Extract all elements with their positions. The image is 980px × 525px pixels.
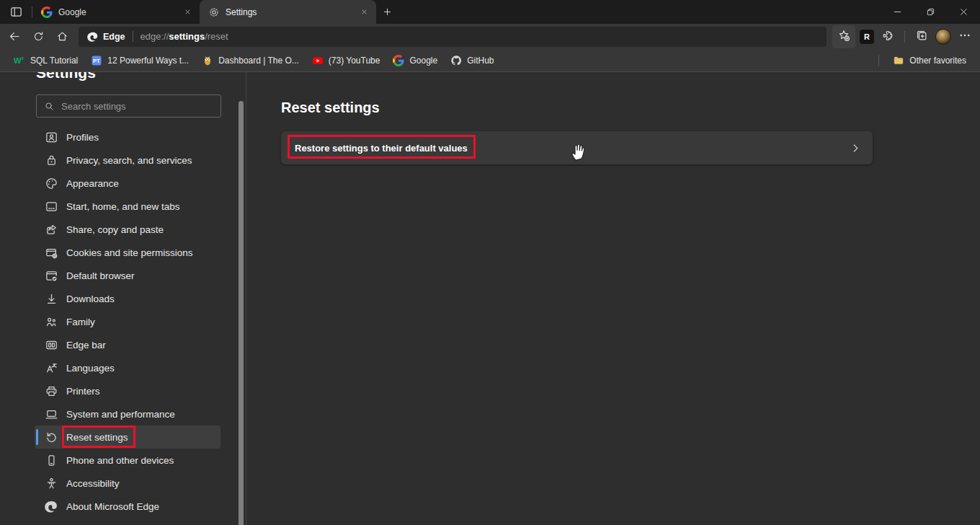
other-favorites-button[interactable]: Other favorites xyxy=(886,52,973,69)
sidebar-item-profiles[interactable]: Profiles xyxy=(35,125,220,149)
sidebar-item-system-and-performance[interactable]: System and performance xyxy=(35,402,220,425)
url-host: settings xyxy=(169,31,205,42)
system-performance-icon xyxy=(45,407,58,421)
printers-icon xyxy=(45,384,58,398)
refresh-icon xyxy=(32,30,45,43)
settings-search-box[interactable] xyxy=(36,94,221,118)
sidebar-item-label: Reset settings xyxy=(66,432,128,443)
gear-icon xyxy=(208,6,220,18)
sidebar-item-label: Printers xyxy=(66,386,100,397)
tab-google[interactable]: Google xyxy=(32,0,200,24)
start-home-tabs-icon xyxy=(45,200,58,213)
sidebar-item-downloads[interactable]: Downloads xyxy=(35,287,220,310)
sidebar-item-appearance[interactable]: Appearance xyxy=(35,172,220,195)
sidebar-item-label: Family xyxy=(66,317,95,327)
sidebar-item-phone-and-other-devices[interactable]: Phone and other devices xyxy=(35,449,220,472)
sidebar-item-start-home-and-new-tabs[interactable]: Start, home, and new tabs xyxy=(35,195,220,218)
minimize-button[interactable] xyxy=(881,0,914,24)
sidebar-item-label: Languages xyxy=(66,363,115,374)
ellipsis-icon xyxy=(958,29,971,42)
sidebar-item-label: System and performance xyxy=(66,409,175,420)
sidebar-item-accessibility[interactable]: Accessibility xyxy=(35,472,220,495)
profiles-icon xyxy=(45,131,58,144)
plus-icon xyxy=(382,6,393,17)
default-browser-icon xyxy=(45,269,58,283)
settings-sidebar: Settings Profiles Privacy, search, and s… xyxy=(0,72,246,525)
site-info-chip[interactable]: Edge xyxy=(87,31,125,43)
favorites-star-button[interactable] xyxy=(832,25,855,48)
sidebar-item-label: Default browser xyxy=(66,270,135,281)
collections-icon xyxy=(915,29,928,42)
ellipsis-button[interactable] xyxy=(956,25,974,48)
sidebar-item-reset-settings[interactable]: Reset settings xyxy=(35,425,220,449)
tab-actions-icon xyxy=(9,5,23,19)
favorite-label: 12 Powerful Ways t... xyxy=(107,56,189,66)
toolbar-separator xyxy=(904,31,905,43)
phone-icon xyxy=(45,454,58,467)
favorite-item[interactable]: (73) YouTube xyxy=(306,52,387,69)
address-bar[interactable]: Edge edge://settings/reset xyxy=(79,27,827,47)
edge-logo-icon xyxy=(87,31,99,43)
profile-avatar[interactable] xyxy=(935,29,951,45)
svg-text:W: W xyxy=(14,56,22,65)
privacy-icon xyxy=(45,154,58,167)
cookies-icon xyxy=(45,246,58,260)
favorite-item[interactable]: Google xyxy=(386,52,444,69)
close-window-icon xyxy=(958,6,969,17)
sidebar-item-default-browser[interactable]: Default browser xyxy=(35,264,220,287)
refresh-button[interactable] xyxy=(27,26,50,48)
new-tab-button[interactable] xyxy=(376,3,398,22)
favorite-item[interactable]: Dashboard | The O... xyxy=(195,52,306,69)
extensions-puzzle-button[interactable] xyxy=(878,25,897,48)
sidebar-item-label: Phone and other devices xyxy=(66,455,174,466)
youtube-icon xyxy=(312,55,324,66)
tab-title: Settings xyxy=(226,7,352,17)
sidebar-scrollbar-thumb[interactable] xyxy=(239,101,244,525)
url-scheme: edge:// xyxy=(141,31,169,42)
family-icon xyxy=(45,315,58,329)
tab-settings[interactable]: Settings xyxy=(200,0,376,24)
favorite-label: Google xyxy=(409,56,437,66)
sidebar-item-label: About Microsoft Edge xyxy=(66,501,159,512)
w3schools-icon: W3 xyxy=(14,55,25,66)
sidebar-item-edge-bar[interactable]: Edge bar xyxy=(35,333,220,356)
favorite-item[interactable]: PT 12 Powerful Ways t... xyxy=(84,52,195,69)
favorites-separator xyxy=(878,55,879,66)
sidebar-item-privacy-search-and-services[interactable]: Privacy, search, and services xyxy=(35,149,220,172)
reset-icon xyxy=(45,431,58,444)
favorite-item[interactable]: W3 SQL Tutorial xyxy=(7,52,84,69)
sidebar-item-label: Accessibility xyxy=(66,478,120,489)
search-icon xyxy=(44,101,55,112)
google-icon xyxy=(41,6,53,18)
sidebar-item-label: Privacy, search, and services xyxy=(66,155,192,166)
home-button[interactable] xyxy=(50,26,74,48)
extension-r-badge[interactable]: R xyxy=(860,30,874,44)
appearance-icon xyxy=(45,177,58,190)
restore-button[interactable] xyxy=(914,0,947,24)
sidebar-item-family[interactable]: Family xyxy=(35,310,220,333)
pt-icon: PT xyxy=(91,55,102,66)
tab-actions-menu-button[interactable] xyxy=(0,0,32,24)
google-icon xyxy=(393,55,404,66)
sidebar-item-cookies-and-site-permissions[interactable]: Cookies and site permissions xyxy=(35,241,220,264)
search-input[interactable] xyxy=(61,101,213,112)
settings-content: Reset settings Restore settings to their… xyxy=(246,72,980,525)
edge-logo-icon xyxy=(45,500,58,513)
sidebar-item-languages[interactable]: Languages xyxy=(35,356,220,379)
title-bar: Google Settings xyxy=(0,0,980,24)
sidebar-item-printers[interactable]: Printers xyxy=(35,379,220,402)
restore-settings-row[interactable]: Restore settings to their default values xyxy=(281,131,873,164)
svg-text:3: 3 xyxy=(21,56,24,60)
favorite-item[interactable]: GitHub xyxy=(444,52,500,69)
close-window-button[interactable] xyxy=(947,0,980,24)
close-tab-icon[interactable] xyxy=(358,6,370,18)
collections-button[interactable] xyxy=(912,25,931,48)
back-button[interactable] xyxy=(3,26,27,48)
sidebar-item-share-copy-and-paste[interactable]: Share, copy and paste xyxy=(35,218,220,241)
close-tab-icon[interactable] xyxy=(182,6,194,18)
favorite-label: Dashboard | The O... xyxy=(218,56,299,66)
sidebar-title: Settings xyxy=(36,72,96,81)
sidebar-item-about-microsoft-edge[interactable]: About Microsoft Edge xyxy=(35,495,220,518)
sidebar-item-label: Appearance xyxy=(66,178,119,189)
folder-icon xyxy=(893,55,904,66)
